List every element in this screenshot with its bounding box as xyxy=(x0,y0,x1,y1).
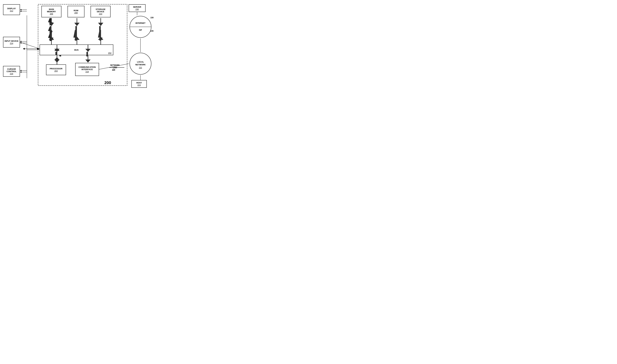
main-memory-box: MAINMEMORY 206 xyxy=(41,6,61,17)
svg-marker-15 xyxy=(48,34,53,41)
svg-rect-21 xyxy=(75,26,77,37)
main-memory-bus-arrow xyxy=(48,18,53,41)
svg-marker-1 xyxy=(49,30,54,41)
host-box: HOST 224 xyxy=(131,80,147,88)
svg-marker-22 xyxy=(98,18,103,26)
svg-marker-20 xyxy=(74,37,80,44)
internet-ref-label: 228 xyxy=(150,17,154,19)
svg-marker-2 xyxy=(73,30,78,41)
mm-arrow xyxy=(49,18,54,44)
svg-marker-42 xyxy=(37,48,40,50)
rom-label: ROM xyxy=(74,9,78,12)
svg-marker-19 xyxy=(74,18,80,26)
rom-ref: 208 xyxy=(74,12,78,14)
bus-box: BUS 202 xyxy=(40,44,113,55)
internet-label: INTERNET xyxy=(135,22,146,24)
main-memory-label: MAINMEMORY xyxy=(47,8,56,13)
storage-arrow xyxy=(98,18,103,44)
bus-label: BUS xyxy=(74,49,79,51)
cursor-control-box: CURSORCONTROL 216 xyxy=(3,66,20,77)
svg-text:NETWORK: NETWORK xyxy=(135,64,146,66)
svg-marker-14 xyxy=(48,27,53,34)
comm-interface-label: COMMUNICATIONINTERFACE xyxy=(79,66,96,71)
isp-ref-label: 226 xyxy=(150,30,154,32)
local-network-ref: 222 xyxy=(139,66,142,69)
cursor-control-ref: 216 xyxy=(10,73,13,75)
svg-marker-17 xyxy=(49,37,54,44)
input-device-ref: 214 xyxy=(10,42,13,44)
processor-label: PROCESSOR xyxy=(50,67,62,70)
input-device-label: INPUT DEVICE xyxy=(4,40,18,42)
host-label: HOST xyxy=(136,82,142,84)
svg-marker-25 xyxy=(54,55,60,63)
storage-device-ref: 210 xyxy=(99,13,102,15)
comm-interface-box: COMMUNICATIONINTERFACE 218 xyxy=(75,63,99,76)
processor-ref: 204 xyxy=(54,70,58,72)
bus-ref: 202 xyxy=(108,52,111,54)
svg-marker-30 xyxy=(85,55,91,63)
server-ref: 230 xyxy=(135,8,139,11)
svg-marker-23 xyxy=(98,37,103,44)
svg-rect-18 xyxy=(50,26,52,37)
internet-circle: INTERNET ISP xyxy=(129,15,152,38)
local-network-label: LOCAL xyxy=(137,61,144,63)
main-memory-ref: 206 xyxy=(50,13,53,15)
svg-line-41 xyxy=(20,42,40,49)
display-label: DISPLAY xyxy=(7,7,16,10)
svg-marker-13 xyxy=(48,18,53,25)
svg-marker-16 xyxy=(49,18,54,26)
server-label: SERVER xyxy=(133,6,141,8)
network-link-label: NETWORKLINK xyxy=(110,64,120,69)
host-ref: 224 xyxy=(137,84,141,86)
display-ref: 212 xyxy=(10,10,13,12)
display-box: DISPLAY 212 xyxy=(3,4,20,15)
storage-device-label: STORAGEDEVICE xyxy=(96,8,106,13)
svg-rect-24 xyxy=(99,26,101,37)
server-box: SERVER 230 xyxy=(129,4,146,12)
svg-marker-3 xyxy=(98,30,103,41)
isp-label: ISP xyxy=(139,29,142,31)
system-ref: 200 xyxy=(104,80,111,85)
svg-marker-26 xyxy=(54,57,60,65)
comm-interface-ref: 218 xyxy=(85,71,89,73)
rom-box: ROM 208 xyxy=(67,6,84,17)
processor-box: PROCESSOR 204 xyxy=(46,65,66,75)
rom-arrow xyxy=(74,18,80,44)
cursor-control-label: CURSORCONTROL xyxy=(7,68,16,73)
input-device-box: INPUT DEVICE 214 xyxy=(3,37,20,48)
local-network-circle: LOCAL NETWORK 222 xyxy=(129,52,152,75)
network-link-ref: 220 xyxy=(112,69,115,71)
storage-device-box: STORAGEDEVICE 210 xyxy=(91,6,110,17)
